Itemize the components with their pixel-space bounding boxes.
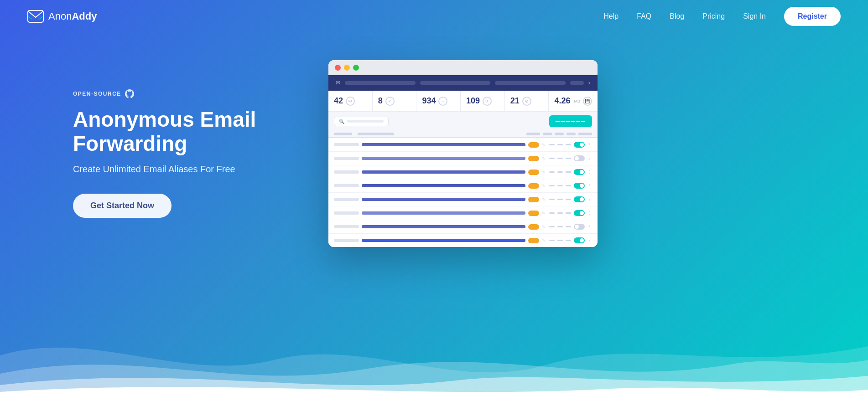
row-more-icon[interactable]: ⋮	[587, 143, 592, 147]
th-col7	[578, 133, 592, 135]
row-stat1	[549, 212, 555, 214]
stats-row: 42 ✉ 8 ✓ 934 → 109 ✈	[328, 91, 598, 112]
row-stat1	[549, 171, 555, 173]
row-tag	[528, 238, 539, 243]
browser-maximize-dot	[353, 65, 359, 71]
row-stat1	[549, 199, 555, 200]
row-toggle[interactable]	[574, 237, 585, 243]
row-edit-icon: ✎	[542, 184, 546, 188]
row-stat1	[549, 144, 555, 145]
row-edit-icon: ✎	[542, 170, 546, 175]
search-box[interactable]: 🔍	[334, 117, 389, 126]
dashboard-mockup: ✉ ▾ 42 ✉ 8 ✓	[328, 60, 795, 247]
row-alias-name	[362, 198, 525, 201]
hero-subtitle: Create Unlimited Email Aliases For Free	[73, 164, 292, 175]
table-header	[328, 131, 598, 138]
browser-inner: ✉ ▾ 42 ✉ 8 ✓	[328, 75, 598, 247]
stat-aliases-num: 42	[334, 96, 343, 106]
row-stat2	[557, 158, 563, 159]
row-more-icon[interactable]: ⋮	[587, 238, 592, 243]
row-tag	[528, 142, 539, 148]
stat-forwarded: 934 →	[416, 91, 461, 111]
new-alias-button[interactable]: ——————	[549, 115, 592, 127]
row-tag	[528, 156, 539, 161]
stat-bandwidth: 4.26 MB 💾	[549, 91, 598, 111]
row-tag	[528, 211, 539, 216]
row-more-icon[interactable]: ⋮	[587, 197, 592, 202]
row-toggle[interactable]	[574, 169, 585, 175]
row-domain	[334, 170, 359, 174]
browser-minimize-dot	[344, 65, 350, 71]
row-more-icon[interactable]: ⋮	[587, 225, 592, 229]
table-row: ✎ ⋮	[328, 206, 598, 220]
logo-icon	[27, 10, 44, 23]
get-started-button[interactable]: Get Started Now	[73, 194, 172, 218]
row-alias-name	[362, 157, 525, 160]
row-more-icon[interactable]: ⋮	[587, 170, 592, 175]
row-toggle[interactable]	[574, 196, 585, 202]
row-stat2	[557, 144, 563, 145]
row-toggle[interactable]	[574, 210, 585, 216]
nav-links: Help FAQ Blog Pricing Sign In Register	[603, 7, 841, 26]
topbar-pill-sm	[570, 81, 584, 85]
row-tag	[528, 170, 539, 175]
stat-sent: 109 ✈	[461, 91, 505, 111]
topbar-pill-1	[345, 81, 416, 85]
row-toggle[interactable]	[574, 155, 585, 161]
table-row: ✎ ⋮	[328, 179, 598, 193]
search-icon: 🔍	[339, 119, 344, 124]
row-stat2	[557, 185, 563, 186]
row-edit-icon: ✎	[542, 211, 546, 216]
register-button[interactable]: Register	[784, 7, 841, 26]
row-edit-icon: ✎	[542, 143, 546, 147]
row-stat1	[549, 158, 555, 159]
row-more-icon[interactable]: ⋮	[587, 211, 592, 216]
row-tag	[528, 183, 539, 189]
row-domain	[334, 239, 359, 242]
nav-signin[interactable]: Sign In	[743, 12, 766, 21]
logo[interactable]: AnonAddy	[27, 10, 97, 23]
th-col4	[543, 133, 552, 135]
hero-title: Anonymous Email Forwarding	[73, 108, 292, 156]
row-more-icon[interactable]: ⋮	[587, 184, 592, 188]
stat-aliases-icon: ✉	[346, 97, 355, 106]
row-toggle[interactable]	[574, 142, 585, 148]
row-edit-icon: ✎	[542, 156, 546, 161]
th-col2	[358, 133, 394, 135]
hero-section: OPEN-SOURCE Anonymous Email Forwarding C…	[0, 33, 868, 247]
row-tag	[528, 224, 539, 230]
hero-text: OPEN-SOURCE Anonymous Email Forwarding C…	[73, 89, 292, 218]
stat-blocked: 21 ⊘	[505, 91, 549, 111]
nav-faq[interactable]: FAQ	[637, 12, 651, 21]
open-source-badge: OPEN-SOURCE	[73, 89, 292, 98]
row-stat1	[549, 240, 555, 241]
row-stat3	[566, 185, 571, 186]
row-stat1	[549, 226, 555, 227]
row-toggle[interactable]	[574, 224, 585, 230]
table-row: ✎ ⋮	[328, 193, 598, 206]
browser-titlebar	[328, 60, 598, 75]
nav-blog[interactable]: Blog	[670, 12, 684, 21]
row-more-icon[interactable]: ⋮	[587, 156, 592, 161]
row-tag	[528, 197, 539, 202]
topbar-pill-3	[495, 81, 566, 85]
row-domain	[334, 198, 359, 201]
th-col5	[555, 133, 564, 135]
alias-table: ✎ ⋮ ✎	[328, 138, 598, 247]
row-edit-icon: ✎	[542, 197, 546, 202]
row-domain	[334, 225, 359, 228]
row-domain	[334, 211, 359, 215]
nav-help[interactable]: Help	[603, 12, 619, 21]
logo-text: AnonAddy	[48, 10, 97, 22]
row-alias-name	[362, 239, 525, 242]
table-row: ✎ ⋮	[328, 165, 598, 179]
row-domain	[334, 143, 359, 146]
nav-pricing[interactable]: Pricing	[702, 12, 725, 21]
topbar-pill-2	[420, 81, 491, 85]
svg-rect-0	[28, 10, 43, 22]
filter-row: 🔍 ——————	[328, 112, 598, 131]
table-row: ✎ ⋮	[328, 234, 598, 247]
row-toggle[interactable]	[574, 183, 585, 189]
row-stat2	[557, 226, 563, 227]
table-row: ✎ ⋮	[328, 220, 598, 234]
